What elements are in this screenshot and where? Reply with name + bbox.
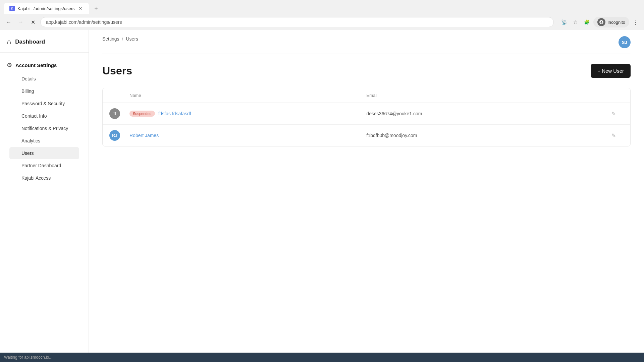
sidebar-item-password-security[interactable]: Password & Security bbox=[9, 98, 79, 110]
incognito-label: Incognito bbox=[607, 20, 625, 25]
table-row: ff Suspended fdsfas fdsafasdf deses36674… bbox=[103, 103, 630, 125]
user-email-1: deses36674@youke1.com bbox=[367, 111, 604, 116]
sidebar-item-users[interactable]: Users bbox=[9, 147, 79, 159]
suspended-badge: Suspended bbox=[129, 111, 155, 117]
sidebar-item-partner-dashboard[interactable]: Partner Dashboard bbox=[9, 160, 79, 172]
breadcrumb-separator: / bbox=[122, 36, 123, 42]
sidebar-dashboard-link[interactable]: ⌂ Dashboard bbox=[0, 30, 89, 53]
table-header: Name Email bbox=[103, 88, 630, 103]
user-name-cell-2: Robert James bbox=[129, 133, 367, 138]
content-area: Users + New User Name Email ff bbox=[89, 54, 644, 353]
browser-nav-bar: ← → ✕ app.kajabi.com/admin/settings/user… bbox=[0, 14, 644, 30]
new-user-button[interactable]: + New User bbox=[591, 64, 631, 78]
dashboard-icon: ⌂ bbox=[7, 38, 11, 46]
sidebar-item-contact-info[interactable]: Contact Info bbox=[9, 110, 79, 122]
user-name-cell-1: Suspended fdsfas fdsafasdf bbox=[129, 111, 367, 117]
breadcrumb-settings-link[interactable]: Settings bbox=[102, 36, 119, 42]
gear-icon: ⚙ bbox=[7, 61, 12, 69]
breadcrumb-current: Users bbox=[126, 36, 138, 42]
main-content: Settings / Users SJ Users + New User Nam… bbox=[89, 30, 644, 353]
account-settings-label: Account Settings bbox=[15, 62, 57, 68]
browser-menu-button[interactable]: ⋮ bbox=[631, 17, 640, 27]
tab-title: Kajabi - /admin/settings/users bbox=[17, 6, 75, 11]
sidebar-item-details[interactable]: Details bbox=[9, 73, 79, 85]
browser-tab-active[interactable]: K Kajabi - /admin/settings/users ✕ bbox=[4, 3, 89, 14]
url-text: app.kajabi.com/admin/settings/users bbox=[46, 19, 122, 25]
user-link-2[interactable]: Robert James bbox=[129, 133, 159, 138]
col-avatar bbox=[109, 93, 129, 98]
user-email-2: f1bdfb0b@moodjoy.com bbox=[367, 133, 604, 138]
sidebar-account-settings-section: ⚙ Account Settings Details Billing Passw… bbox=[0, 53, 89, 188]
forward-button[interactable]: → bbox=[16, 17, 25, 27]
extension-icon[interactable]: 🧩 bbox=[582, 17, 591, 27]
new-tab-button[interactable]: + bbox=[92, 4, 101, 13]
sidebar-item-notifications-privacy[interactable]: Notifications & Privacy bbox=[9, 122, 79, 134]
breadcrumb: Settings / Users bbox=[102, 36, 138, 47]
new-user-button-label: + New User bbox=[597, 68, 624, 74]
avatar-ff: ff bbox=[109, 108, 120, 119]
header-top: Settings / Users SJ bbox=[89, 30, 644, 54]
user-avatar-rj: RJ bbox=[109, 130, 129, 141]
edit-button-1[interactable]: ✎ bbox=[603, 111, 624, 117]
user-link-1[interactable]: fdsfas fdsafasdf bbox=[158, 111, 191, 116]
user-avatar-ff: ff bbox=[109, 108, 129, 119]
dashboard-label: Dashboard bbox=[15, 39, 45, 45]
cast-icon[interactable]: 📡 bbox=[559, 17, 569, 27]
incognito-button[interactable]: Incognito bbox=[593, 17, 629, 27]
edit-button-2[interactable]: ✎ bbox=[603, 132, 624, 139]
browser-chrome: K Kajabi - /admin/settings/users ✕ + ← →… bbox=[0, 0, 644, 30]
col-actions bbox=[603, 93, 624, 98]
account-settings-header[interactable]: ⚙ Account Settings bbox=[7, 59, 82, 71]
tab-favicon: K bbox=[9, 6, 15, 11]
page-title: Users bbox=[102, 65, 132, 77]
col-name: Name bbox=[129, 93, 367, 98]
reload-button[interactable]: ✕ bbox=[28, 17, 38, 27]
avatar-rj: RJ bbox=[109, 130, 120, 141]
address-bar[interactable]: app.kajabi.com/admin/settings/users bbox=[40, 17, 554, 27]
status-bar-text: Waiting for api.smooch.io... bbox=[4, 355, 52, 360]
sidebar: ⌂ Dashboard ⚙ Account Settings Details B… bbox=[0, 30, 89, 353]
incognito-avatar-icon bbox=[597, 18, 605, 26]
bookmark-icon[interactable]: ☆ bbox=[571, 17, 580, 27]
sidebar-item-billing[interactable]: Billing bbox=[9, 85, 79, 97]
back-button[interactable]: ← bbox=[4, 17, 13, 27]
app-container: ⌂ Dashboard ⚙ Account Settings Details B… bbox=[0, 30, 644, 353]
col-email: Email bbox=[367, 93, 604, 98]
user-avatar[interactable]: SJ bbox=[619, 36, 631, 48]
browser-nav-icons: 📡 ☆ 🧩 Incognito ⋮ bbox=[559, 17, 640, 27]
sidebar-item-analytics[interactable]: Analytics bbox=[9, 135, 79, 147]
tab-close-button[interactable]: ✕ bbox=[77, 5, 84, 11]
table-row: RJ Robert James f1bdfb0b@moodjoy.com ✎ bbox=[103, 125, 630, 146]
browser-title-bar: K Kajabi - /admin/settings/users ✕ + bbox=[0, 0, 644, 14]
status-bar: Waiting for api.smooch.io... bbox=[0, 353, 644, 362]
sidebar-item-kajabi-access[interactable]: Kajabi Access bbox=[9, 172, 79, 184]
users-table: Name Email ff Suspended fdsfas fdsafasdf… bbox=[102, 88, 631, 146]
